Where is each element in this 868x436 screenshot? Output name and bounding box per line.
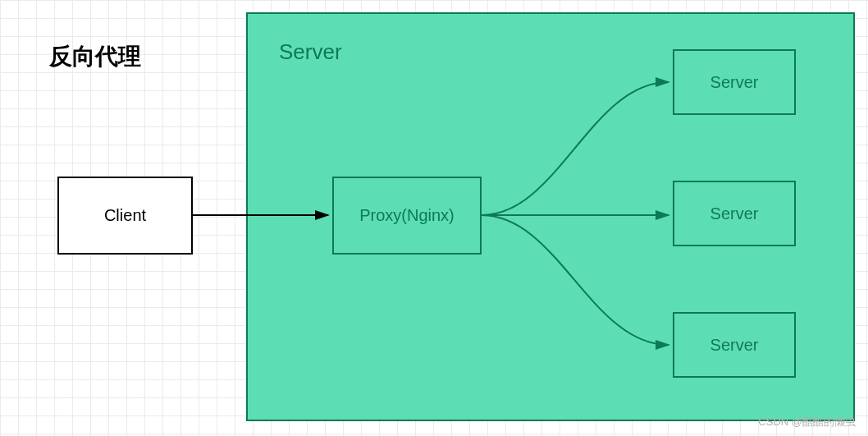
watermark-text: CSDN @酷酷的懒虫: [758, 415, 856, 429]
proxy-label: Proxy(Nginx): [359, 206, 455, 225]
client-node: Client: [57, 177, 193, 255]
proxy-node: Proxy(Nginx): [332, 177, 482, 255]
server2-label: Server: [710, 204, 759, 223]
diagram-title: 反向代理: [49, 41, 141, 72]
server3-label: Server: [710, 336, 759, 355]
server-node-1: Server: [673, 49, 796, 115]
client-label: Client: [104, 206, 146, 225]
server1-label: Server: [710, 73, 759, 92]
server-container-label: Server: [279, 39, 342, 65]
server-node-3: Server: [673, 312, 796, 378]
server-node-2: Server: [673, 181, 796, 246]
